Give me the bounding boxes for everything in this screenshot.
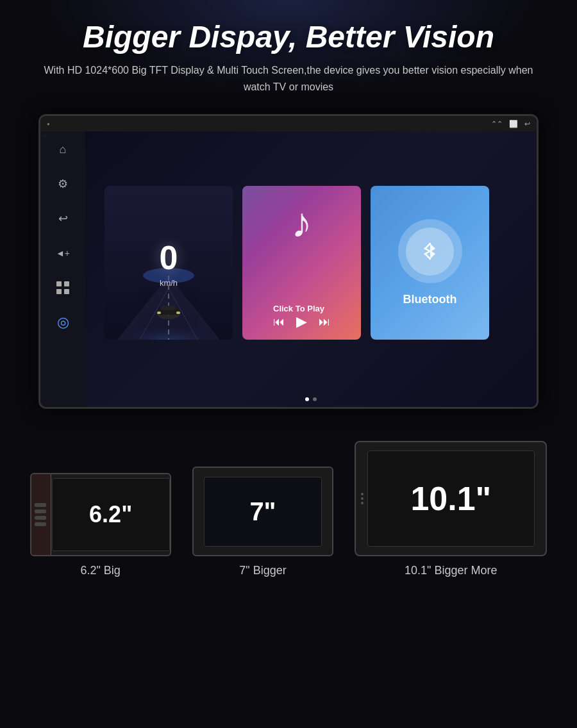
music-controls: ⏮ ▶ ⏭ — [273, 313, 330, 330]
next-button[interactable]: ⏭ — [319, 315, 330, 329]
sidebar-nav-icon[interactable]: ◎ — [51, 311, 74, 334]
sidebar-home-icon[interactable]: ⌂ — [51, 138, 74, 161]
sidebar-apps-icon[interactable] — [51, 276, 74, 299]
svg-rect-0 — [56, 281, 62, 286]
screen-101: 10.1" — [367, 451, 534, 547]
play-button[interactable]: ▶ — [296, 313, 307, 330]
device-container: MIC RST ● ⌃⌃ ⬜ ↩ ⌂ ⚙ ↩ ◄+ — [0, 108, 577, 428]
left-sidebar: ⌂ ⚙ ↩ ◄+ ◎ — [40, 131, 85, 407]
music-play-label: Click To Play — [273, 304, 330, 313]
svg-rect-12 — [161, 306, 175, 310]
nav-icon-back[interactable]: ↩ — [524, 120, 530, 128]
svg-point-14 — [176, 311, 180, 314]
size-62-label: 6.2" Big — [80, 564, 120, 577]
main-content: 0 km/h — [85, 131, 537, 407]
size-7-text: 7" — [249, 497, 276, 526]
bluetooth-card[interactable]: Bluetooth — [371, 186, 489, 340]
side-btn-4 — [35, 522, 46, 526]
svg-rect-1 — [64, 281, 69, 286]
size-101-label: 10.1" Bigger More — [405, 564, 497, 577]
size-62-text: 6.2" — [89, 501, 132, 528]
side-dot-3 — [361, 502, 364, 504]
status-bar: ● ⌃⌃ ⬜ ↩ — [40, 116, 537, 131]
nav-icon-up[interactable]: ⌃⌃ — [491, 120, 503, 128]
side-btn-3 — [35, 516, 46, 520]
size-item-7: 7" 7" Bigger — [192, 467, 333, 577]
dot-1 — [305, 397, 309, 401]
size-section: 6.2" 6.2" Big 7" 7" Bigger — [0, 428, 577, 597]
side-btn-2 — [35, 509, 46, 513]
header-section: Bigger Dispay, Better Vision With HD 102… — [0, 0, 577, 108]
nav-icon-window[interactable]: ⬜ — [509, 120, 518, 128]
sidebar-back-icon[interactable]: ↩ — [51, 207, 74, 230]
speed-unit: km/h — [160, 278, 178, 288]
screen-7: 7" — [204, 477, 322, 547]
sidebar-volume-icon[interactable]: ◄+ — [51, 242, 74, 265]
speed-value: 0 — [160, 238, 178, 277]
dot-2 — [313, 397, 317, 401]
sidebar-settings-icon[interactable]: ⚙ — [51, 172, 74, 195]
page-title: Bigger Dispay, Better Vision — [38, 19, 539, 54]
bt-circle — [398, 219, 462, 283]
prev-button[interactable]: ⏮ — [273, 315, 285, 329]
bluetooth-label: Bluetooth — [403, 293, 457, 306]
screen-62: 6.2" — [52, 478, 170, 550]
device-62: 6.2" — [30, 473, 171, 556]
cards-area: 0 km/h — [85, 131, 537, 394]
size-item-101: 10.1" 10.1" Bigger More — [355, 441, 547, 577]
side-dot-2 — [361, 497, 364, 500]
device-7: 7" — [192, 467, 333, 556]
status-left: ● — [47, 121, 50, 127]
size-7-label: 7" Bigger — [239, 564, 286, 577]
page-subtitle: With HD 1024*600 Big TFT Display & Multi… — [38, 62, 539, 95]
device-101: 10.1" — [355, 441, 547, 556]
size-item-62: 6.2" 6.2" Big — [30, 473, 171, 577]
svg-rect-3 — [64, 289, 69, 294]
size-101-text: 10.1" — [410, 479, 491, 518]
music-card[interactable]: ♪ Click To Play ⏮ ▶ ⏭ — [242, 186, 361, 340]
side-btn-1 — [35, 503, 46, 507]
device-frame: MIC RST ● ⌃⌃ ⬜ ↩ ⌂ ⚙ ↩ ◄+ — [38, 114, 539, 409]
page-dots — [85, 394, 537, 407]
size-comparison: 6.2" 6.2" Big 7" 7" Bigger — [26, 441, 551, 577]
side-dots-101 — [361, 493, 364, 504]
music-note-icon: ♪ — [291, 199, 312, 247]
svg-point-13 — [157, 311, 161, 314]
svg-rect-2 — [56, 289, 62, 294]
speed-card: 0 km/h — [105, 186, 233, 340]
side-dot-1 — [361, 493, 364, 495]
bt-icon — [406, 228, 454, 276]
side-buttons-62 — [35, 503, 46, 526]
